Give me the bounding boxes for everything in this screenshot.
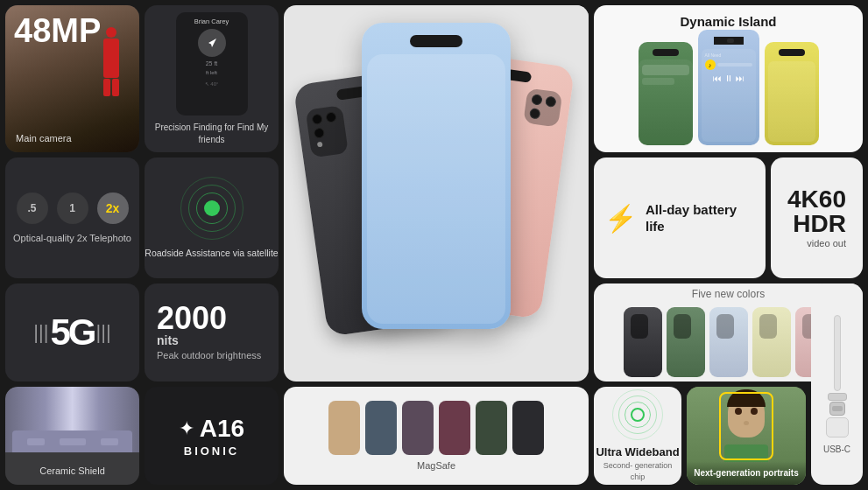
nits-label: Peak outdoor brightness [157,349,261,362]
wideband-sub1: Second- [603,461,633,470]
card-4k-hdr: 4K60 HDR video out [771,158,863,278]
card-ultra-wideband: Ultra Wideband Second- generation chip [594,387,681,485]
card-roadside: Roadside Assistance via satellite [145,158,279,278]
card-48mp: 48MP Main camera [5,5,139,152]
wideband-title: Ultra Wideband [596,445,679,459]
card-a16-bionic: ✦ A16 BIONIC [145,387,279,485]
4k-line2: HDR [787,212,846,236]
colors-title: Five new colors [692,288,765,300]
card-dynamic-island: Dynamic Island All Need ♪ [594,5,863,152]
contact-name: Brian Carey [180,18,244,25]
nits-unit: nits [157,334,179,346]
battery-icon: ⚡ [604,203,637,234]
card-battery: ⚡ All-day battery life [594,158,766,278]
card-usbc: USB-C [811,284,863,485]
4k-line1: 4K60 [787,187,846,212]
a16-title: A16 [200,415,244,443]
a16-star: ✦ [179,417,194,440]
card-precision: Brian Carey 25 ft ft left ↖ 40° Precisio… [145,5,279,152]
usbc-label: USB-C [823,444,850,454]
card-nits: 2000 nits Peak outdoor brightness [145,284,279,382]
portraits-label: Next-generation portraits [694,468,799,478]
roadside-label: Roadside Assistance via satellite [145,247,278,260]
telephoto-label: Optical-quality 2x Telephoto [13,233,131,243]
dynamic-island-title: Dynamic Island [594,14,863,29]
card-center-phones [284,5,589,382]
battery-text: All-day battery life [646,201,755,235]
card-ceramic-shield: Ceramic Shield [5,387,139,485]
mp-label: 48MP [14,14,101,47]
4k-line3: video out [787,238,846,248]
a16-subtitle: BIONIC [184,444,240,458]
wideband-sub3: chip [631,472,646,481]
card-portraits: Next-generation portraits [687,387,806,485]
magsafe-label: MagSafe [417,460,455,471]
card-5g: ||| 5G ||| [5,284,139,382]
card-telephoto: .5 1 2x Optical-quality 2x Telephoto [5,158,139,278]
nits-number: 2000 [157,303,227,334]
distance-value: 25 ft [180,60,244,69]
precision-label: Precision Finding for Find My friends [152,122,272,145]
wideband-sub2: generation [635,461,673,470]
ceramic-label: Ceramic Shield [39,466,105,476]
camera-label: Main camera [16,133,72,144]
card-magsafe: MagSafe [284,387,589,485]
